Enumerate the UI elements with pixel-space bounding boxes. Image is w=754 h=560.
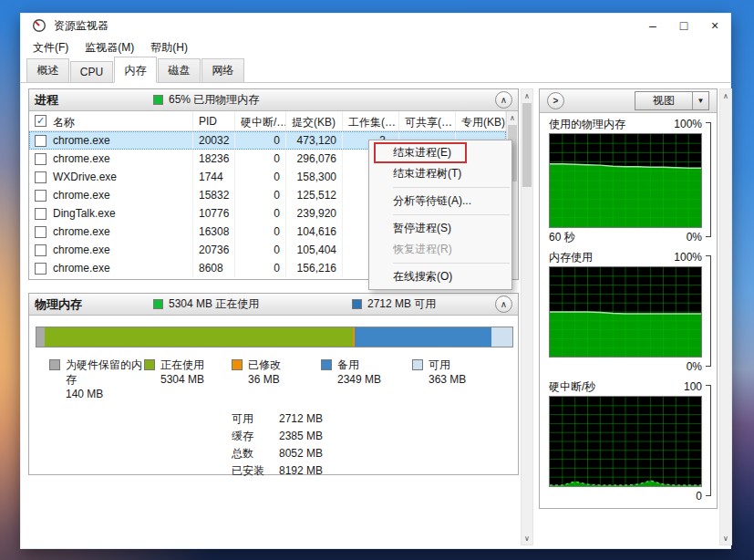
row-checkbox[interactable]	[35, 208, 46, 220]
legend-text: 正在使用5304 MB	[160, 358, 204, 387]
legend-label: 备用	[337, 358, 381, 372]
close-button[interactable]: ×	[699, 14, 730, 37]
cell-name: chrome.exe	[29, 259, 193, 277]
legend-swatch-icon	[49, 359, 60, 370]
menu-item[interactable]: 文件(F)	[25, 38, 77, 57]
cell-pid: 8608	[193, 259, 235, 277]
scroll-up-icon[interactable]	[720, 89, 731, 102]
context-menu-item[interactable]: 分析等待链(A)...	[369, 191, 511, 212]
maximize-button[interactable]: □	[668, 14, 699, 37]
row-checkbox[interactable]	[35, 153, 46, 165]
tab-CPU[interactable]: CPU	[70, 61, 113, 82]
menu-item[interactable]: 监视器(M)	[77, 38, 142, 57]
process-name: chrome.exe	[53, 225, 110, 238]
tab-磁盘[interactable]: 磁盘	[158, 58, 201, 82]
column-header-label: 提交(KB)	[292, 115, 336, 130]
minimize-button[interactable]: –	[637, 14, 668, 37]
column-header[interactable]: 专用(KB)	[456, 111, 506, 130]
scroll-down-icon[interactable]	[522, 532, 532, 544]
cell-hard-faults: 0	[235, 259, 286, 277]
used-physical-memory-graph-block: 使用的物理内存 100% 60 秒 0%	[540, 113, 717, 246]
cell-name: WXDrive.exe	[29, 168, 193, 186]
cell-commit-kb: 156,216	[286, 259, 343, 277]
cell-name: chrome.exe	[29, 186, 193, 204]
column-header-label: 专用(KB)	[461, 115, 505, 130]
used-physical-memory-graph	[549, 133, 702, 228]
memory-tab-content: 进程 65% 已用物理内存 名称PID硬中断/…提交(KB)工作集(…可共享(……	[21, 83, 730, 548]
process-section-status: 65% 已用物理内存	[169, 92, 259, 108]
summary-row: 已安装8192 MB	[232, 462, 323, 480]
tab-网络[interactable]: 网络	[201, 58, 244, 82]
column-header[interactable]: 可共享(…	[399, 111, 456, 130]
row-checkbox[interactable]	[35, 263, 46, 275]
row-checkbox[interactable]	[35, 171, 46, 183]
hard-faults-graph	[549, 396, 702, 487]
cell-name: chrome.exe	[29, 241, 193, 259]
tab-概述[interactable]: 概述	[26, 58, 69, 82]
axis-bracket	[706, 385, 711, 496]
view-button-label[interactable]: 视图	[635, 92, 692, 109]
context-menu-item[interactable]: 结束进程(E)	[369, 142, 511, 163]
menu-item[interactable]: 帮助(H)	[142, 38, 196, 57]
column-header-label: 工作集(…	[348, 115, 396, 130]
scroll-down-icon[interactable]	[720, 532, 731, 544]
process-name: DingTalk.exe	[53, 207, 116, 220]
row-checkbox[interactable]	[35, 190, 46, 202]
cell-commit-kb: 296,076	[286, 150, 343, 168]
legend-value: 5304 MB	[160, 372, 204, 387]
in-use-swatch-icon	[153, 299, 163, 309]
cell-hard-faults: 0	[235, 204, 286, 223]
tab-内存[interactable]: 内存	[114, 57, 157, 83]
column-header[interactable]: 工作集(…	[343, 111, 399, 130]
row-checkbox[interactable]	[35, 226, 46, 238]
scrollbar-thumb[interactable]	[522, 103, 532, 187]
hard-faults-graph-block: 硬中断/秒 100 0	[540, 376, 717, 505]
row-checkbox[interactable]	[35, 244, 46, 256]
summary-row: 可用2712 MB	[232, 410, 323, 428]
view-button[interactable]: 视图	[635, 91, 709, 110]
cell-hard-faults: 0	[235, 150, 286, 168]
left-pane-scrollbar[interactable]	[521, 88, 533, 545]
graph-title: 内存使用	[549, 250, 593, 265]
menu-separator	[393, 187, 510, 188]
memory-section-header[interactable]: 物理内存 5304 MB 正在使用 2712 MB 可用	[29, 294, 518, 316]
memory-bar-segment-正在使用	[45, 327, 353, 347]
column-header[interactable]: 提交(KB)	[286, 111, 343, 130]
process-name: chrome.exe	[53, 189, 110, 202]
available-label: 2712 MB 可用	[367, 296, 436, 312]
scroll-up-icon[interactable]	[507, 111, 518, 124]
view-dropdown-arrow-icon[interactable]	[692, 92, 708, 109]
cell-name: chrome.exe	[29, 150, 193, 168]
summary-label: 缓存	[232, 428, 279, 445]
select-all-checkbox[interactable]	[35, 115, 46, 127]
window-scrollbar[interactable]	[719, 88, 732, 545]
legend-value: 140 MB	[66, 387, 144, 401]
column-header[interactable]: 硬中断/…	[235, 111, 286, 130]
cell-hard-faults: 0	[235, 131, 286, 150]
column-header[interactable]: PID	[193, 111, 235, 130]
legend-value: 363 MB	[429, 372, 466, 387]
cell-pid: 16308	[193, 223, 235, 241]
collapse-memory-button[interactable]	[495, 296, 512, 313]
summary-row: 缓存2385 MB	[232, 428, 323, 445]
cell-pid: 15832	[193, 186, 235, 204]
collapse-process-button[interactable]	[495, 91, 512, 109]
context-menu-item[interactable]: 在线搜索(O)	[369, 266, 511, 287]
legend-item: 已修改36 MB	[232, 358, 321, 401]
legend-text: 为硬件保留的内存140 MB	[66, 358, 144, 401]
title-bar: 资源监视器 – □ ×	[21, 14, 730, 37]
expand-panel-button[interactable]	[547, 92, 564, 109]
process-section-header[interactable]: 进程 65% 已用物理内存	[29, 89, 518, 111]
axis-bracket	[706, 122, 711, 237]
resource-monitor-window: 资源监视器 – □ × 文件(F)监视器(M)帮助(H) 概述CPU内存磁盘网络…	[20, 13, 731, 549]
process-name: chrome.exe	[53, 262, 110, 275]
legend-label: 已修改	[248, 358, 281, 372]
column-header[interactable]: 名称	[29, 111, 193, 130]
context-menu-item[interactable]: 暂停进程(S)	[369, 218, 511, 239]
row-checkbox[interactable]	[35, 135, 46, 147]
cell-commit-kb: 125,512	[286, 186, 343, 204]
scroll-up-icon[interactable]	[522, 89, 532, 102]
process-name: chrome.exe	[53, 134, 110, 147]
legend-text: 已修改36 MB	[248, 358, 281, 387]
context-menu-item[interactable]: 结束进程树(T)	[369, 163, 511, 184]
